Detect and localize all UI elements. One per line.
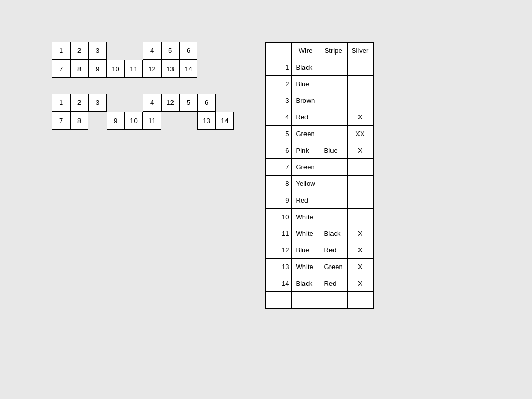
header-stripe: Stripe (320, 42, 347, 59)
cell-num-5: 6 (265, 142, 291, 158)
connector2: 1 2 3 4 12 5 6 7 8 9 10 11 13 14 (52, 94, 234, 130)
cell-wire-13: Black (291, 275, 320, 291)
pin-2-12: 12 (161, 94, 179, 112)
cell-stripe-8 (320, 192, 347, 208)
left-section: 1 2 3 4 5 6 7 8 9 10 11 12 13 14 (52, 42, 234, 309)
table-header-row: Wire Stripe Silver (265, 42, 373, 59)
cell-silver-6 (347, 158, 373, 175)
connector1: 1 2 3 4 5 6 7 8 9 10 11 12 13 14 (52, 42, 234, 78)
table-row: 6PinkBlueX (265, 142, 373, 158)
cell-stripe-9 (320, 208, 347, 225)
cell-num-8: 9 (265, 192, 291, 208)
cell-wire-0: Black (291, 59, 320, 75)
cell-silver-10: X (347, 225, 373, 242)
pin-2-2: 2 (70, 94, 88, 112)
cell-wire-14 (291, 291, 320, 308)
pin-2-5: 5 (179, 94, 197, 112)
pin-1-9: 9 (88, 60, 107, 78)
table-row: 4RedX (265, 109, 373, 125)
table-row: 1Black (265, 59, 373, 75)
cell-wire-3: Red (291, 109, 320, 125)
cell-num-2: 3 (265, 92, 291, 109)
cell-silver-4: XX (347, 125, 373, 142)
pin-1-2: 2 (70, 42, 88, 60)
pin-2-10: 10 (125, 112, 143, 130)
connector2-row2: 7 8 9 10 11 13 14 (52, 112, 234, 130)
cell-num-12: 13 (265, 258, 291, 275)
table-row: 13WhiteGreenX (265, 258, 373, 275)
table-row: 3Brown (265, 92, 373, 109)
cell-silver-8 (347, 192, 373, 208)
cell-wire-10: White (291, 225, 320, 242)
cell-wire-12: White (291, 258, 320, 275)
pin-gap-3 (107, 94, 125, 112)
pin-1-1: 1 (52, 42, 70, 60)
pin-gap-5 (88, 112, 107, 130)
cell-silver-5: X (347, 142, 373, 158)
pin-2-14: 14 (216, 112, 234, 130)
table-row: 11WhiteBlackX (265, 225, 373, 242)
pin-1-4: 4 (143, 42, 161, 60)
pin-1-7: 7 (52, 60, 70, 78)
cell-num-9: 10 (265, 208, 291, 225)
cell-stripe-4 (320, 125, 347, 142)
cell-silver-1 (347, 75, 373, 92)
pin-gap-6 (161, 112, 179, 130)
pin-1-13: 13 (161, 60, 179, 78)
pin-2-4: 4 (143, 94, 161, 112)
table-row: 9Red (265, 192, 373, 208)
cell-stripe-11: Red (320, 242, 347, 258)
cell-wire-7: Yellow (291, 175, 320, 192)
table-row: 12BlueRedX (265, 242, 373, 258)
pin-gap-2 (125, 42, 143, 60)
cell-silver-11: X (347, 242, 373, 258)
pin-1-6: 6 (179, 42, 197, 60)
pin-1-8: 8 (70, 60, 88, 78)
cell-stripe-5: Blue (320, 142, 347, 158)
pin-2-6: 6 (197, 94, 216, 112)
pin-gap-4 (125, 94, 143, 112)
cell-silver-7 (347, 175, 373, 192)
pin-2-9: 9 (107, 112, 125, 130)
table-row (265, 291, 373, 308)
wire-table: Wire Stripe Silver 1Black2Blue3Brown4Red… (265, 42, 374, 309)
cell-wire-4: Green (291, 125, 320, 142)
cell-wire-5: Pink (291, 142, 320, 158)
pin-2-1: 1 (52, 94, 70, 112)
header-silver: Silver (347, 42, 373, 59)
wire-table-container: Wire Stripe Silver 1Black2Blue3Brown4Red… (265, 42, 374, 309)
pin-2-3: 3 (88, 94, 107, 112)
cell-stripe-12: Green (320, 258, 347, 275)
pin-2-13: 13 (197, 112, 216, 130)
cell-stripe-7 (320, 175, 347, 192)
cell-wire-1: Blue (291, 75, 320, 92)
cell-stripe-14 (320, 291, 347, 308)
cell-silver-3: X (347, 109, 373, 125)
pin-1-14: 14 (179, 60, 197, 78)
cell-silver-13: X (347, 275, 373, 291)
cell-num-14 (265, 291, 291, 308)
cell-num-0: 1 (265, 59, 291, 75)
cell-wire-6: Green (291, 158, 320, 175)
pin-2-7: 7 (52, 112, 70, 130)
table-row: 5GreenXX (265, 125, 373, 142)
pin-1-10: 10 (107, 60, 125, 78)
table-row: 14BlackRedX (265, 275, 373, 291)
cell-stripe-3 (320, 109, 347, 125)
cell-stripe-13: Red (320, 275, 347, 291)
cell-num-4: 5 (265, 125, 291, 142)
cell-num-3: 4 (265, 109, 291, 125)
cell-num-6: 7 (265, 158, 291, 175)
cell-stripe-10: Black (320, 225, 347, 242)
cell-silver-2 (347, 92, 373, 109)
pin-gap-1 (107, 42, 125, 60)
pin-1-11: 11 (125, 60, 143, 78)
connector1-row1: 1 2 3 4 5 6 (52, 42, 234, 60)
cell-silver-12: X (347, 258, 373, 275)
cell-stripe-2 (320, 92, 347, 109)
table-row: 8Yellow (265, 175, 373, 192)
table-row: 10White (265, 208, 373, 225)
cell-num-11: 12 (265, 242, 291, 258)
cell-num-7: 8 (265, 175, 291, 192)
cell-num-10: 11 (265, 225, 291, 242)
